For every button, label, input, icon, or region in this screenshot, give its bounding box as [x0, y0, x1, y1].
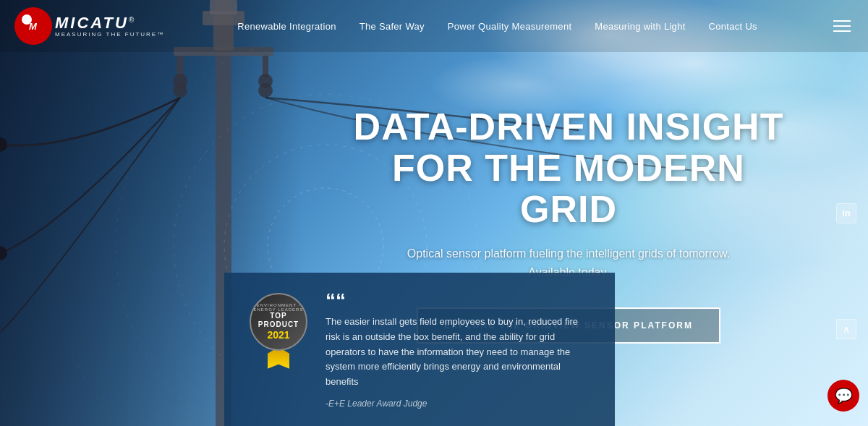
- nav-link-light[interactable]: Measuring with Light: [595, 21, 685, 32]
- nav-links: Renewable Integration The Safer Way Powe…: [237, 20, 757, 33]
- scroll-up-button[interactable]: ∧: [836, 319, 856, 339]
- testimonial-author: -E+E Leader Award Judge: [326, 399, 593, 409]
- testimonial-card: Environment · Energy Leaders TOPPRODUCT …: [224, 273, 615, 426]
- nav-item-renewable[interactable]: Renewable Integration: [237, 20, 336, 33]
- hero-title: DATA-DRIVEN INSIGHT FOR THE MODERN GRID: [344, 106, 793, 231]
- scroll-up-icon[interactable]: ∧: [836, 319, 856, 339]
- logo[interactable]: M MICATU® MEASURING THE FUTURE™: [14, 7, 164, 45]
- nav-link-renewable[interactable]: Renewable Integration: [237, 21, 336, 32]
- logo-text-area: MICATU® MEASURING THE FUTURE™: [55, 15, 164, 38]
- testimonial-text-area: ““ The easier install gets field employe…: [326, 293, 593, 409]
- nav-item-safer[interactable]: The Safer Way: [359, 20, 425, 33]
- badge-top-text: Environment · Energy Leaders: [251, 303, 306, 312]
- testimonial-quote: The easier install gets field employees …: [326, 315, 593, 390]
- quote-mark: ““: [326, 293, 593, 309]
- badge-main-text: TOPPRODUCT: [258, 312, 299, 329]
- badge-circle: Environment · Energy Leaders TOPPRODUCT …: [250, 293, 307, 351]
- svg-point-16: [0, 137, 7, 152]
- nav-item-contact[interactable]: Contact Us: [709, 20, 757, 33]
- hamburger-menu[interactable]: [830, 17, 854, 35]
- nav-item-light[interactable]: Measuring with Light: [595, 20, 685, 33]
- nav-link-contact[interactable]: Contact Us: [709, 21, 757, 32]
- linkedin-icon[interactable]: in: [836, 203, 856, 223]
- hamburger-line-3: [833, 30, 851, 32]
- linkedin-icon-container[interactable]: in: [836, 203, 856, 223]
- nav-link-safer[interactable]: The Safer Way: [359, 21, 425, 32]
- chat-icon: 💬: [835, 387, 853, 404]
- navbar: M MICATU® MEASURING THE FUTURE™ Renewabl…: [0, 0, 868, 52]
- svg-point-17: [0, 246, 7, 260]
- logo-circle: M: [14, 7, 52, 45]
- hamburger-line-2: [833, 25, 851, 27]
- nav-item-power[interactable]: Power Quality Measurement: [448, 20, 572, 33]
- hamburger-line-1: [833, 20, 851, 22]
- brand-name: MICATU®: [55, 15, 164, 31]
- award-badge: Environment · Energy Leaders TOPPRODUCT …: [246, 293, 311, 372]
- chat-button[interactable]: 💬: [827, 380, 859, 412]
- nav-link-power[interactable]: Power Quality Measurement: [448, 21, 572, 32]
- brand-tagline: MEASURING THE FUTURE™: [55, 31, 164, 38]
- logo-icon-text: M: [29, 21, 38, 32]
- badge-year: 2021: [267, 329, 289, 341]
